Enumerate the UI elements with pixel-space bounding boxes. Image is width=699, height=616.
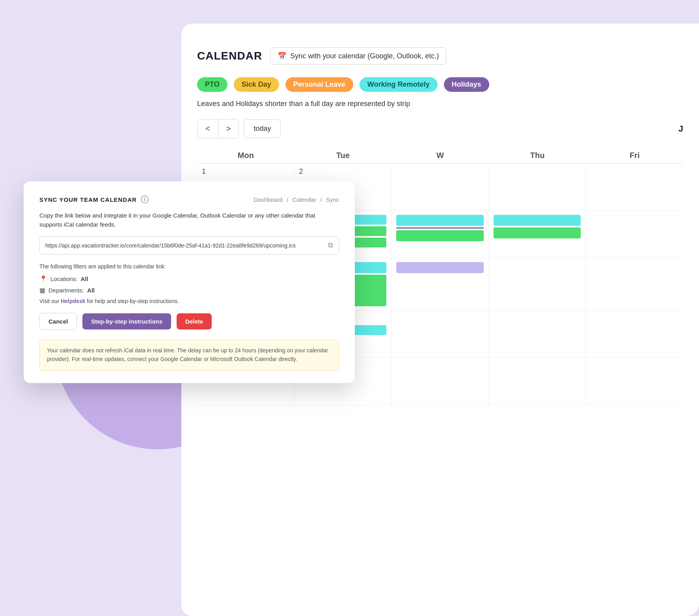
event-continuation bbox=[494, 215, 581, 226]
calendar-url: https://api.app.vacationtracker.io/core/… bbox=[45, 242, 324, 249]
instructions-button[interactable]: Step-by-step instructions bbox=[82, 313, 171, 329]
cancel-button[interactable]: Cancel bbox=[39, 313, 77, 330]
helpdesk-link[interactable]: Helpdesk bbox=[61, 298, 85, 304]
day-cell bbox=[586, 211, 683, 258]
breadcrumb: Dashboard / Calendar / Sync bbox=[254, 196, 339, 203]
day-header-tue: Tue bbox=[295, 151, 392, 164]
filter-departments: ▦ Departments: All bbox=[39, 287, 339, 294]
day-header-wed: W bbox=[391, 151, 489, 164]
sync-calendar-button[interactable]: 📅 Sync with your calendar (Google, Outlo… bbox=[270, 47, 446, 65]
calendar-title: CALENDAR bbox=[197, 50, 262, 62]
today-button[interactable]: today bbox=[244, 119, 281, 138]
legend-holidays: Holidays bbox=[444, 77, 489, 92]
info-text: Leaves and Holidays shorter than a full … bbox=[197, 100, 683, 108]
filters-title: The following filters are applied to thi… bbox=[39, 263, 339, 270]
info-icon[interactable]: i bbox=[141, 195, 149, 203]
delete-button[interactable]: Delete bbox=[177, 313, 212, 329]
day-cell bbox=[489, 258, 586, 310]
day-cell bbox=[586, 258, 683, 310]
modal-top-row: SYNC YOUR TEAM CALENDAR i Dashboard / Ca… bbox=[39, 195, 339, 203]
day-cell bbox=[391, 211, 489, 258]
day-headers: Mon Tue W Thu Fri bbox=[197, 151, 683, 164]
modal-title-row: SYNC YOUR TEAM CALENDAR i bbox=[39, 195, 149, 203]
departments-icon: ▦ bbox=[39, 287, 45, 294]
day-header-mon: Mon bbox=[197, 151, 295, 164]
day-cell bbox=[489, 358, 586, 405]
event-continuation bbox=[396, 227, 484, 229]
prev-button[interactable]: < bbox=[198, 119, 218, 138]
day-cell bbox=[489, 164, 586, 210]
day-header-fri: Fri bbox=[586, 151, 683, 164]
day-cell bbox=[586, 358, 683, 405]
day-cell bbox=[489, 311, 586, 357]
filter-locations: 📍 Locations: All bbox=[39, 275, 339, 283]
day-cell bbox=[489, 211, 586, 258]
event-continuation bbox=[396, 215, 484, 226]
event-continuation bbox=[396, 262, 484, 273]
legend-personal: Personal Leave bbox=[285, 77, 353, 92]
modal-description: Copy the link below and integrate it in … bbox=[39, 211, 339, 229]
nav-btn-group: < > bbox=[197, 119, 239, 138]
day-cell bbox=[391, 258, 489, 310]
next-button[interactable]: > bbox=[218, 119, 239, 138]
legend-sick: Sick Day bbox=[234, 77, 279, 92]
warning-box: Your calendar does not refresh iCal data… bbox=[39, 339, 339, 370]
modal-title: SYNC YOUR TEAM CALENDAR bbox=[39, 196, 137, 203]
url-row: https://api.app.vacationtracker.io/core/… bbox=[39, 236, 339, 255]
copy-icon[interactable]: ⧉ bbox=[328, 241, 333, 249]
helpdesk-row: Visit our Helpdesk for help and step-by-… bbox=[39, 298, 339, 304]
location-icon: 📍 bbox=[39, 275, 47, 283]
event-continuation bbox=[494, 227, 581, 238]
calendar-icon: 📅 bbox=[278, 52, 286, 60]
legend-row: PTO Sick Day Personal Leave Working Remo… bbox=[197, 77, 683, 92]
day-cell bbox=[586, 164, 683, 210]
day-cell bbox=[391, 164, 489, 210]
legend-pto: PTO bbox=[197, 77, 227, 92]
day-cell bbox=[586, 311, 683, 357]
calendar-header: CALENDAR 📅 Sync with your calendar (Goog… bbox=[197, 47, 683, 65]
day-cell bbox=[391, 311, 489, 357]
day-header-thu: Thu bbox=[489, 151, 586, 164]
month-label: J bbox=[678, 124, 683, 134]
calendar-nav: < > today J bbox=[197, 119, 683, 138]
day-cell bbox=[391, 358, 489, 405]
legend-remote: Working Remotely bbox=[360, 77, 438, 92]
sync-modal: SYNC YOUR TEAM CALENDAR i Dashboard / Ca… bbox=[24, 181, 355, 383]
modal-btn-row: Cancel Step-by-step instructions Delete bbox=[39, 313, 339, 330]
event-continuation bbox=[396, 230, 484, 241]
